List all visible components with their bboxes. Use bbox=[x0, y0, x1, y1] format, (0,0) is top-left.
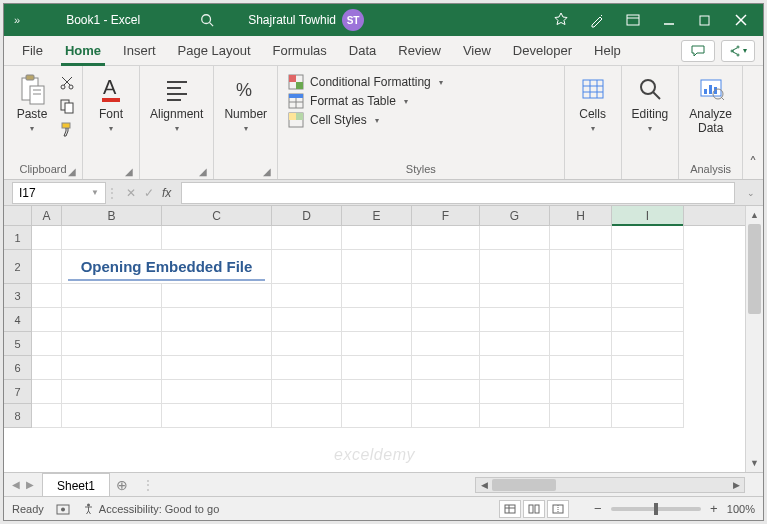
dialog-launcher-icon[interactable]: ◢ bbox=[68, 166, 76, 177]
select-all-corner[interactable] bbox=[4, 206, 32, 225]
tab-help[interactable]: Help bbox=[584, 37, 631, 65]
tab-review[interactable]: Review bbox=[388, 37, 451, 65]
add-sheet-button[interactable]: ⊕ bbox=[110, 477, 134, 493]
dialog-launcher-icon[interactable]: ◢ bbox=[263, 166, 271, 177]
tab-file[interactable]: File bbox=[12, 37, 53, 65]
tab-page-layout[interactable]: Page Layout bbox=[168, 37, 261, 65]
zoom-level[interactable]: 100% bbox=[727, 503, 755, 515]
tab-view[interactable]: View bbox=[453, 37, 501, 65]
accessibility-status[interactable]: Accessibility: Good to go bbox=[82, 502, 219, 515]
scroll-thumb[interactable] bbox=[492, 479, 556, 491]
col-header-a[interactable]: A bbox=[32, 206, 62, 225]
minimize-button[interactable] bbox=[651, 4, 687, 36]
comments-button[interactable] bbox=[681, 40, 715, 62]
col-header-f[interactable]: F bbox=[412, 206, 480, 225]
tab-developer[interactable]: Developer bbox=[503, 37, 582, 65]
horizontal-scrollbar[interactable]: ◀ ▶ bbox=[475, 477, 745, 493]
page-layout-view-button[interactable] bbox=[523, 500, 545, 518]
scroll-down-icon[interactable]: ▼ bbox=[746, 454, 763, 472]
format-painter-icon[interactable] bbox=[58, 120, 76, 138]
column-headers: A B C D E F G H I bbox=[4, 206, 745, 226]
user-account[interactable]: Shajratul Towhid ST bbox=[248, 9, 364, 31]
col-header-b[interactable]: B bbox=[62, 206, 162, 225]
window-title: Book1 - Excel bbox=[66, 13, 140, 27]
page-break-view-button[interactable] bbox=[547, 500, 569, 518]
cell-title[interactable]: Opening Embedded File bbox=[62, 250, 272, 284]
name-box[interactable]: I17 ▼ bbox=[12, 182, 106, 204]
group-analysis: Analyze Data Analysis bbox=[679, 66, 743, 179]
collapse-ribbon-icon[interactable]: ˄ bbox=[743, 66, 763, 179]
search-icon[interactable] bbox=[200, 13, 214, 27]
copy-icon[interactable] bbox=[58, 97, 76, 115]
analyze-data-button[interactable]: Analyze Data bbox=[685, 72, 736, 138]
user-name-label: Shajratul Towhid bbox=[248, 13, 336, 27]
svg-rect-5 bbox=[700, 16, 709, 25]
row-header[interactable]: 2 bbox=[4, 250, 32, 284]
col-header-i[interactable]: I bbox=[612, 206, 684, 225]
alignment-button[interactable]: Alignment ▾ bbox=[146, 72, 207, 135]
paste-button[interactable]: Paste ▾ bbox=[10, 72, 54, 135]
share-button[interactable]: ▾ bbox=[721, 40, 755, 62]
row-header[interactable]: 4 bbox=[4, 308, 32, 332]
sheet-nav-prev-icon[interactable]: ◀ bbox=[12, 479, 20, 490]
chevron-down-icon: ▾ bbox=[30, 124, 34, 133]
scroll-right-icon[interactable]: ▶ bbox=[728, 480, 744, 490]
scroll-left-icon[interactable]: ◀ bbox=[476, 480, 492, 490]
dialog-launcher-icon[interactable]: ◢ bbox=[199, 166, 207, 177]
tab-insert[interactable]: Insert bbox=[113, 37, 166, 65]
zoom-out-button[interactable]: − bbox=[591, 501, 605, 516]
cells-button[interactable]: Cells ▾ bbox=[571, 72, 615, 135]
dialog-launcher-icon[interactable]: ◢ bbox=[125, 166, 133, 177]
cell-styles-button[interactable]: Cell Styles▾ bbox=[288, 112, 443, 128]
svg-rect-10 bbox=[30, 86, 44, 104]
row-header[interactable]: 8 bbox=[4, 404, 32, 428]
row-header[interactable]: 6 bbox=[4, 356, 32, 380]
scroll-thumb[interactable] bbox=[748, 224, 761, 314]
scroll-up-icon[interactable]: ▲ bbox=[746, 206, 763, 224]
sheet-tab-sheet1[interactable]: Sheet1 bbox=[42, 473, 110, 497]
tab-data[interactable]: Data bbox=[339, 37, 386, 65]
tab-home[interactable]: Home bbox=[55, 37, 111, 65]
format-as-table-button[interactable]: Format as Table▾ bbox=[288, 93, 443, 109]
col-header-e[interactable]: E bbox=[342, 206, 412, 225]
row-header[interactable]: 5 bbox=[4, 332, 32, 356]
cells-label: Cells bbox=[579, 108, 606, 122]
excel-window: » Book1 - Excel Shajratul Towhid ST File… bbox=[3, 3, 764, 521]
cut-icon[interactable] bbox=[58, 74, 76, 92]
zoom-slider[interactable] bbox=[611, 507, 701, 511]
number-button[interactable]: % Number ▾ bbox=[220, 72, 271, 135]
col-header-h[interactable]: H bbox=[550, 206, 612, 225]
chevron-down-icon: ▾ bbox=[591, 124, 595, 133]
expand-formula-bar-icon[interactable]: ⌄ bbox=[743, 188, 759, 198]
qat-overflow-icon[interactable]: » bbox=[8, 14, 26, 26]
zoom-in-button[interactable]: + bbox=[707, 501, 721, 516]
coming-soon-icon[interactable] bbox=[543, 4, 579, 36]
close-button[interactable] bbox=[723, 4, 759, 36]
col-header-g[interactable]: G bbox=[480, 206, 550, 225]
cancel-formula-icon[interactable]: ✕ bbox=[126, 186, 136, 200]
editing-button[interactable]: Editing ▾ bbox=[628, 72, 673, 135]
svg-rect-35 bbox=[289, 113, 296, 120]
macro-record-icon[interactable] bbox=[56, 502, 70, 516]
sheet-nav-next-icon[interactable]: ▶ bbox=[26, 479, 34, 490]
conditional-formatting-button[interactable]: Conditional Formatting▾ bbox=[288, 74, 443, 90]
group-font: A Font ▾ ◢ bbox=[83, 66, 140, 179]
normal-view-button[interactable] bbox=[499, 500, 521, 518]
row-header[interactable]: 3 bbox=[4, 284, 32, 308]
col-header-c[interactable]: C bbox=[162, 206, 272, 225]
insert-function-icon[interactable]: fx bbox=[162, 186, 171, 200]
ribbon-display-icon[interactable] bbox=[615, 4, 651, 36]
row-header[interactable]: 1 bbox=[4, 226, 32, 250]
vertical-scrollbar[interactable]: ▲ ▼ bbox=[745, 206, 763, 472]
row-header[interactable]: 7 bbox=[4, 380, 32, 404]
font-button[interactable]: A Font ▾ bbox=[89, 72, 133, 135]
maximize-button[interactable] bbox=[687, 4, 723, 36]
number-label: Number bbox=[224, 108, 267, 122]
enter-formula-icon[interactable]: ✓ bbox=[144, 186, 154, 200]
formula-input[interactable] bbox=[181, 182, 735, 204]
editing-label: Editing bbox=[632, 108, 669, 122]
tab-formulas[interactable]: Formulas bbox=[263, 37, 337, 65]
col-header-d[interactable]: D bbox=[272, 206, 342, 225]
mode-switch-icon[interactable] bbox=[579, 4, 615, 36]
chevron-down-icon[interactable]: ▼ bbox=[91, 188, 99, 197]
